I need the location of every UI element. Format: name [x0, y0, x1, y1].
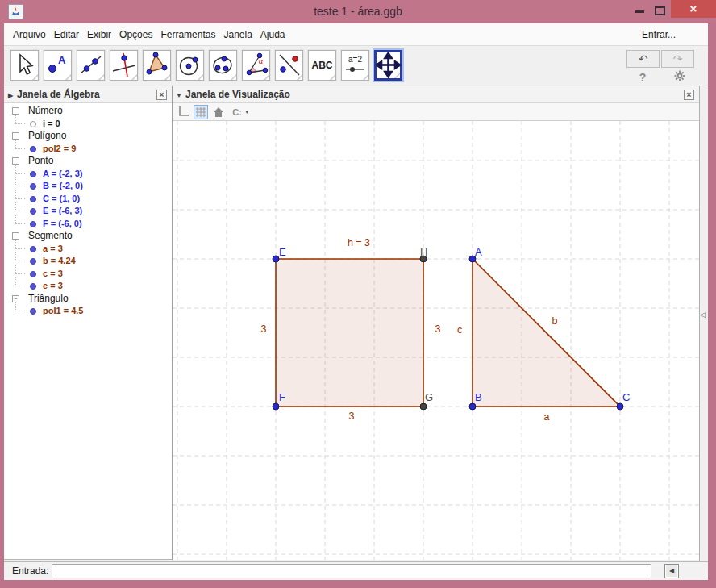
svg-text:ABC: ABC: [312, 60, 333, 71]
algebra-item-e[interactable]: E = (-6, 3): [4, 205, 172, 218]
visible-object-bullet-icon[interactable]: [30, 146, 36, 152]
panel-collapse-icon[interactable]: ▶: [4, 88, 17, 104]
polygon-pol1[interactable]: [472, 259, 620, 407]
algebra-item-c[interactable]: c = 3: [4, 268, 172, 281]
menu-exibir[interactable]: Exibir: [83, 23, 115, 46]
visible-object-bullet-icon[interactable]: [30, 283, 36, 290]
tool-angle[interactable]: α: [242, 50, 270, 81]
tool-point[interactable]: A: [44, 50, 72, 81]
expand-panel-arrow-icon: ◁: [700, 311, 706, 319]
algebra-category-numero[interactable]: −Número: [4, 105, 172, 118]
sign-in-link[interactable]: Entrar...: [642, 23, 676, 46]
menu-bar: ArquivoEditarExibirOpçõesFerramentasJane…: [4, 23, 708, 46]
algebra-item-pol1[interactable]: pol1 = 4.5: [4, 305, 172, 318]
close-algebra-view-button[interactable]: ×: [156, 90, 167, 100]
tool-dropdown-arrow[interactable]: [65, 74, 71, 80]
algebra-item-pol2[interactable]: pol2 = 9: [4, 143, 172, 156]
algebra-category-ponto[interactable]: −Ponto: [4, 155, 172, 168]
standard-view-home-button[interactable]: [211, 105, 226, 119]
tree-connector: [15, 215, 25, 224]
algebra-item-a[interactable]: a = 3: [4, 243, 172, 256]
point-label-E: E: [279, 246, 286, 258]
point-F[interactable]: [273, 403, 279, 410]
window-border-right: [708, 23, 716, 588]
object-definition: A = (-2, 3): [43, 168, 82, 181]
tool-dropdown-arrow[interactable]: [297, 74, 302, 80]
tool-conic-five-points[interactable]: [209, 50, 237, 81]
tool-dropdown-arrow[interactable]: [363, 74, 368, 80]
toggle-axes-button[interactable]: [176, 105, 190, 119]
point-G[interactable]: [420, 403, 427, 410]
visible-object-bullet-icon[interactable]: [30, 208, 36, 215]
point-capturing-dropdown[interactable]: C: ▼: [229, 105, 253, 119]
algebra-item-e[interactable]: e = 3: [4, 280, 172, 293]
tool-dropdown-arrow[interactable]: [264, 74, 269, 80]
algebra-item-b[interactable]: b = 4.24: [4, 255, 172, 268]
right-panel-expander[interactable]: ◁: [699, 86, 708, 579]
tool-dropdown-arrow[interactable]: [164, 74, 170, 80]
toggle-grid-button[interactable]: [194, 105, 208, 119]
tool-text[interactable]: ABC: [308, 50, 336, 81]
tool-dropdown-arrow[interactable]: [98, 74, 104, 80]
home-icon: [212, 106, 225, 119]
point-E[interactable]: [273, 256, 279, 262]
algebra-item-c[interactable]: C = (1, 0): [4, 193, 172, 206]
menu-editar[interactable]: Editar: [50, 23, 83, 46]
menu-janela[interactable]: Janela: [219, 23, 256, 46]
maximize-button[interactable]: [655, 6, 665, 15]
redo-button[interactable]: ↷: [661, 50, 694, 68]
tool-dropdown-arrow[interactable]: [231, 74, 236, 80]
minimize-button[interactable]: [635, 10, 644, 13]
visible-object-bullet-icon[interactable]: [30, 196, 36, 202]
polygon-pol2[interactable]: [276, 259, 423, 407]
hidden-object-bullet-icon[interactable]: [30, 121, 36, 127]
measure-label: b: [552, 315, 558, 327]
algebra-item-a[interactable]: A = (-2, 3): [4, 168, 172, 181]
visible-object-bullet-icon[interactable]: [30, 221, 36, 227]
tool-polygon[interactable]: [143, 50, 171, 81]
tool-dropdown-arrow[interactable]: [198, 74, 203, 80]
menu-ajuda[interactable]: Ajuda: [256, 23, 289, 46]
algebra-input-field[interactable]: [52, 564, 651, 578]
tool-reflect-about-line[interactable]: [275, 50, 303, 81]
object-definition: a = 3: [43, 243, 63, 256]
visible-object-bullet-icon[interactable]: [30, 171, 36, 177]
tool-dropdown-arrow[interactable]: [330, 74, 335, 80]
algebra-item-b[interactable]: B = (-2, 0): [4, 180, 172, 193]
graphics-view-header[interactable]: ▼Janela de Visualização ×: [173, 86, 699, 103]
visible-object-bullet-icon[interactable]: [30, 308, 36, 315]
close-graphics-view-button[interactable]: ×: [684, 90, 694, 100]
help-button[interactable]: ?: [635, 69, 651, 85]
algebra-category-triangulo[interactable]: −Triângulo: [4, 293, 172, 306]
algebra-category-segmento[interactable]: −Segmento: [4, 230, 172, 243]
algebra-category-poligono[interactable]: −Polígono: [4, 130, 172, 143]
graphics-canvas[interactable]: h = 3333cbaEHFGABC: [173, 121, 699, 560]
point-B[interactable]: [469, 403, 476, 410]
visible-object-bullet-icon[interactable]: [30, 246, 36, 252]
input-help-toggle-button[interactable]: ◀: [664, 564, 679, 578]
tool-circle-center-point[interactable]: [176, 50, 204, 81]
algebra-tree: −Númeroi = 0−Polígonopol2 = 9−PontoA = (…: [4, 105, 172, 318]
settings-gear-icon[interactable]: [672, 69, 688, 85]
tool-line-two-points[interactable]: [77, 50, 105, 81]
visible-object-bullet-icon[interactable]: [30, 258, 36, 265]
menu-arquivo[interactable]: Arquivo: [9, 23, 50, 46]
point-C[interactable]: [617, 403, 623, 410]
tool-dropdown-arrow[interactable]: [131, 74, 137, 80]
algebra-view-header[interactable]: ▶Janela de Álgebra ×: [4, 86, 172, 103]
panel-collapse-icon[interactable]: ▼: [173, 88, 185, 104]
visible-object-bullet-icon[interactable]: [30, 183, 36, 190]
close-button[interactable]: ×: [671, 0, 716, 18]
menu-ferramentas[interactable]: Ferramentas: [156, 23, 219, 46]
tool-perpendicular-line[interactable]: [110, 50, 138, 81]
tool-dropdown-arrow[interactable]: [394, 73, 400, 78]
algebra-item-f[interactable]: F = (-6, 0): [4, 218, 172, 231]
undo-button[interactable]: ↶: [626, 50, 660, 68]
tool-move-graphics-view[interactable]: [374, 50, 402, 81]
menu-opcoes[interactable]: Opções: [115, 23, 156, 46]
tool-dropdown-arrow[interactable]: [32, 74, 38, 80]
tool-move[interactable]: [10, 50, 39, 81]
tool-slider[interactable]: a=2: [341, 50, 369, 81]
visible-object-bullet-icon[interactable]: [30, 271, 36, 277]
algebra-item-i[interactable]: i = 0: [4, 118, 172, 131]
